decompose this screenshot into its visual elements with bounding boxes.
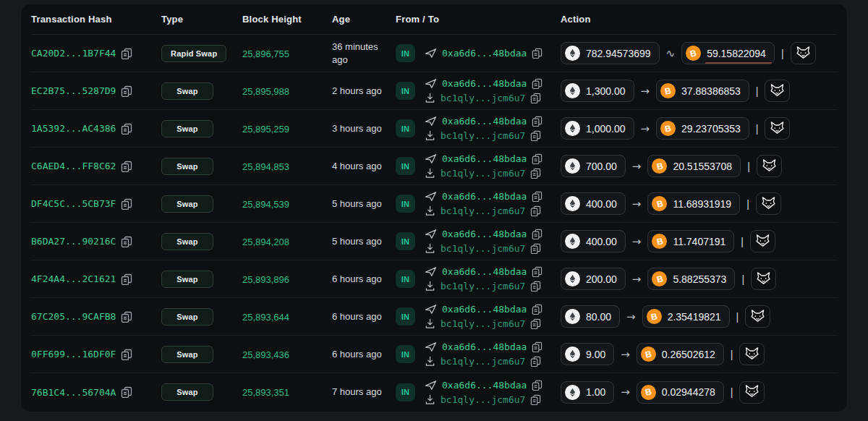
- shapeshift-fox-button[interactable]: [739, 381, 765, 404]
- from-address-link[interactable]: 0xa6d6...48bdaa: [442, 191, 527, 202]
- tx-hash-link[interactable]: EC2B75...5287D9: [31, 85, 116, 96]
- shapeshift-fox-button[interactable]: [765, 80, 790, 102]
- from-address-link[interactable]: 0xa6d6...48bdaa: [442, 153, 527, 164]
- tx-hash-link[interactable]: DF4C5C...5CB73F: [31, 198, 116, 209]
- from-address-link[interactable]: 0xa6d6...48bdaa: [442, 48, 527, 59]
- copy-icon[interactable]: [121, 198, 132, 210]
- to-address-link[interactable]: bc1qly...jcm6u7: [441, 243, 525, 254]
- header-action: Action: [561, 14, 837, 25]
- age-label: 5 hours ago: [332, 197, 396, 210]
- sell-amount-value: 700.00: [586, 161, 617, 172]
- copy-icon[interactable]: [532, 341, 542, 352]
- tx-hash-link[interactable]: 0FF699...16DF0F: [31, 349, 116, 360]
- copy-icon[interactable]: [121, 273, 132, 285]
- copy-icon[interactable]: [532, 116, 542, 127]
- tx-hash-link[interactable]: 4F24A4...2C1621: [31, 273, 116, 284]
- buy-amount-value: 11.68931919: [673, 198, 731, 210]
- copy-icon[interactable]: [121, 386, 132, 398]
- copy-icon[interactable]: [532, 266, 542, 277]
- receive-icon: [425, 168, 435, 179]
- to-address-link[interactable]: bc1qly...jcm6u7: [441, 281, 525, 292]
- block-height-link[interactable]: 25,896,755: [242, 48, 289, 59]
- from-address-link[interactable]: 0xa6d6...48bdaa: [442, 341, 527, 352]
- to-address-link[interactable]: bc1qly...jcm6u7: [441, 318, 525, 329]
- copy-icon[interactable]: [530, 243, 541, 254]
- from-address-link[interactable]: 0xa6d6...48bdaa: [442, 78, 527, 89]
- sell-amount-chip: 400.00: [561, 192, 626, 215]
- swap-connector-icon: →: [641, 122, 650, 135]
- tx-hash-link[interactable]: 1A5392...AC4386: [31, 123, 116, 134]
- shapeshift-fox-button[interactable]: [745, 305, 770, 328]
- buy-amount-value: 0.26502612: [662, 349, 715, 360]
- from-address-link[interactable]: 0xa6d6...48bdaa: [442, 266, 527, 277]
- shapeshift-fox-button[interactable]: [756, 192, 781, 215]
- copy-icon[interactable]: [530, 130, 541, 141]
- from-address-link[interactable]: 0xa6d6...48bdaa: [442, 116, 527, 127]
- copy-icon[interactable]: [532, 304, 542, 315]
- to-address-link[interactable]: bc1qly...jcm6u7: [441, 168, 525, 179]
- copy-icon[interactable]: [530, 168, 541, 179]
- block-height-link[interactable]: 25,894,208: [242, 237, 289, 247]
- shapeshift-fox-button[interactable]: [751, 268, 776, 290]
- btc-icon: B: [652, 271, 667, 286]
- copy-icon[interactable]: [532, 229, 542, 239]
- copy-icon[interactable]: [530, 205, 541, 216]
- direction-in-badge: IN: [396, 232, 415, 250]
- type-badge: Swap: [161, 308, 213, 326]
- receive-icon: [425, 318, 435, 329]
- copy-icon[interactable]: [532, 48, 542, 59]
- copy-icon[interactable]: [530, 281, 541, 292]
- btc-icon: B: [641, 385, 656, 400]
- to-address-row: bc1qly...jcm6u7: [425, 130, 542, 141]
- tx-hash-link[interactable]: C6AED4...FF8C62: [31, 161, 116, 171]
- copy-icon[interactable]: [530, 93, 541, 103]
- to-address-link[interactable]: bc1qly...jcm6u7: [441, 93, 525, 103]
- tx-hash-link[interactable]: 67C205...9CAFB8: [31, 311, 116, 322]
- age-label: 3 hours ago: [332, 122, 396, 135]
- block-height-link[interactable]: 25,895,988: [242, 86, 289, 97]
- copy-icon[interactable]: [532, 78, 542, 89]
- shapeshift-fox-button[interactable]: [750, 230, 775, 252]
- to-address-link[interactable]: bc1qly...jcm6u7: [441, 205, 525, 216]
- shapeshift-fox-button[interactable]: [765, 117, 790, 140]
- copy-icon[interactable]: [530, 394, 541, 405]
- to-address-link[interactable]: bc1qly...jcm6u7: [441, 356, 525, 367]
- copy-icon[interactable]: [532, 153, 542, 164]
- copy-icon[interactable]: [121, 161, 132, 172]
- from-address-link[interactable]: 0xa6d6...48bdaa: [442, 380, 527, 391]
- shapeshift-fox-button[interactable]: [757, 155, 782, 177]
- tx-hash-link[interactable]: B6DA27...90216C: [31, 236, 116, 247]
- to-address-link[interactable]: bc1qly...jcm6u7: [441, 130, 525, 141]
- block-height-link[interactable]: 25,894,539: [242, 199, 289, 210]
- copy-icon[interactable]: [121, 48, 132, 59]
- btc-icon: B: [652, 158, 667, 174]
- eth-icon: [565, 121, 580, 136]
- from-address-link[interactable]: 0xa6d6...48bdaa: [442, 304, 527, 315]
- copy-icon[interactable]: [532, 380, 542, 391]
- copy-icon[interactable]: [121, 311, 132, 323]
- copy-icon[interactable]: [121, 349, 132, 360]
- block-height-link[interactable]: 25,894,853: [242, 161, 289, 172]
- block-height-link[interactable]: 25,893,436: [242, 349, 289, 360]
- block-height-link[interactable]: 25,895,259: [242, 124, 289, 135]
- copy-icon[interactable]: [121, 123, 132, 135]
- copy-icon[interactable]: [530, 318, 541, 329]
- copy-icon[interactable]: [121, 236, 132, 247]
- type-badge: Swap: [161, 158, 213, 175]
- tx-hash-link[interactable]: 76B1C4...56704A: [31, 387, 116, 398]
- copy-icon[interactable]: [121, 85, 132, 97]
- table-row: B6DA27...90216C Swap 25,894,208 5 hours …: [31, 223, 837, 260]
- copy-icon[interactable]: [532, 191, 542, 202]
- block-height-link[interactable]: 25,893,351: [242, 387, 289, 398]
- shapeshift-fox-button[interactable]: [739, 343, 765, 365]
- copy-icon[interactable]: [530, 356, 541, 367]
- tx-hash-link[interactable]: CA20D2...1B7F44: [31, 48, 116, 59]
- from-address-link[interactable]: 0xa6d6...48bdaa: [442, 229, 527, 239]
- to-address-link[interactable]: bc1qly...jcm6u7: [441, 394, 525, 405]
- receive-icon: [425, 205, 435, 216]
- block-height-link[interactable]: 25,893,896: [242, 274, 289, 285]
- sell-amount-value: 400.00: [586, 198, 617, 210]
- shapeshift-fox-button[interactable]: [791, 42, 816, 64]
- sell-amount-value: 400.00: [586, 236, 617, 247]
- block-height-link[interactable]: 25,893,644: [242, 312, 289, 323]
